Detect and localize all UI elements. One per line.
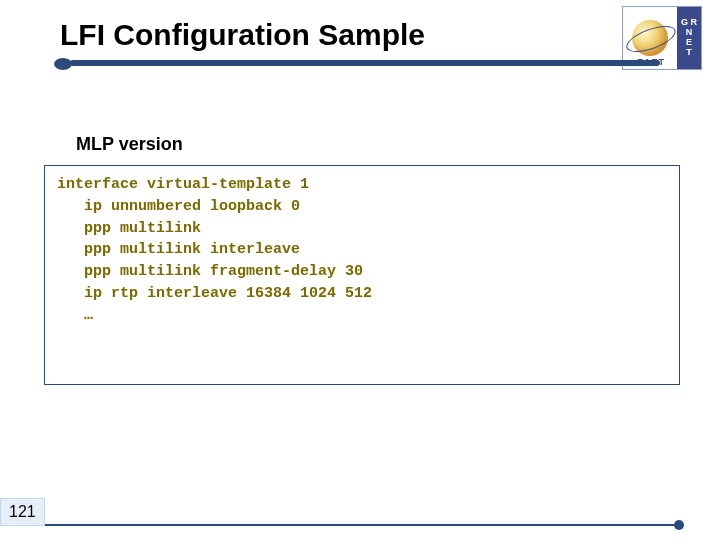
footer-rule [44,524,680,526]
logo-right-line: T [686,48,692,58]
code-block: interface virtual-template 1 ip unnumber… [44,165,680,385]
code-line: ip rtp interleave 16384 1024 512 [57,285,372,302]
code-line: ppp multilink [57,220,201,237]
code-line: ppp multilink fragment-delay 30 [57,263,363,280]
subtitle: MLP version [76,134,720,155]
title-rule [60,56,660,74]
code-line: … [57,307,93,324]
page-number: 121 [0,498,45,526]
code-line: ip unnumbered loopback 0 [57,198,300,215]
logo-right-text: G R N E T [677,7,701,69]
rule-line [70,60,660,66]
slide: ΕΔΕΤ G R N E T LFI Configuration Sample … [0,0,720,540]
code-line: interface virtual-template 1 [57,176,309,193]
code-line: ppp multilink interleave [57,241,300,258]
globe-icon [632,20,668,56]
page-title: LFI Configuration Sample [60,18,720,52]
